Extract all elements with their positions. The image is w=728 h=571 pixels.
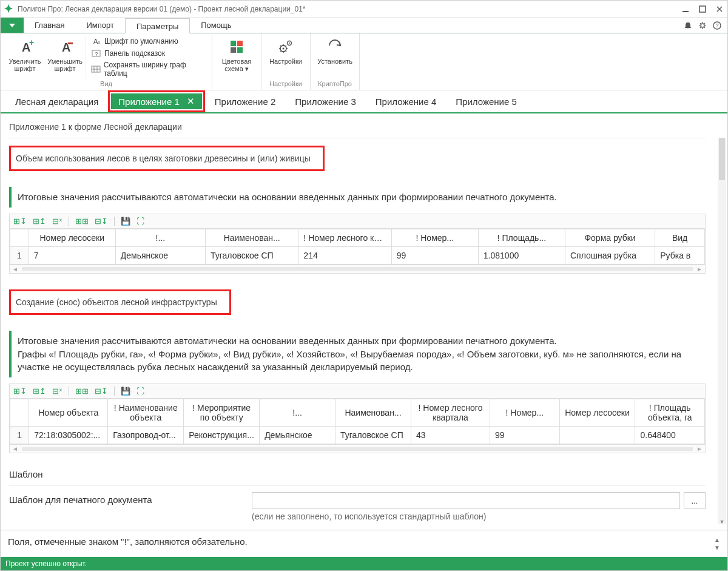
footer-up-icon[interactable]: ▲ (714, 536, 720, 543)
section2-title: Создание (снос) объектов лесной инфрастр… (11, 291, 229, 313)
svg-text:?: ? (715, 22, 718, 29)
t2-h7[interactable]: ! Номер... (490, 399, 559, 427)
install-cryptopro-button[interactable]: Установить (315, 36, 354, 67)
default-font-icon: Aa (91, 36, 102, 46)
minimize-button[interactable] (681, 5, 690, 13)
doctab-declaration[interactable]: Лесная декларация (5, 93, 108, 110)
tb2-delete-row-icon[interactable]: ⊟ˣ (52, 387, 62, 396)
svg-rect-18 (237, 41, 243, 46)
tb2-save-icon[interactable]: 💾 (121, 387, 130, 396)
tab-import[interactable]: Импорт (75, 18, 124, 33)
svg-text:+: + (29, 39, 34, 47)
tb2-paste-icon[interactable]: ⊟↧ (95, 387, 108, 396)
template-hint: (если не заполнено, то используется стан… (252, 512, 706, 521)
tb-copy-icon[interactable]: ⊞⊞ (75, 217, 89, 226)
help-icon[interactable]: ? (713, 21, 721, 30)
tb2-copy-icon[interactable]: ⊞⊞ (75, 387, 89, 396)
section2-highlight: Создание (снос) объектов лесной инфрастр… (9, 289, 231, 315)
tb-paste-icon[interactable]: ⊟↧ (95, 217, 108, 226)
tb2-add-row-icon[interactable]: ⊞↧ (13, 387, 27, 396)
t2-h1[interactable]: Номер объекта (29, 399, 108, 427)
settings-icon[interactable] (698, 21, 707, 30)
increase-font-label: Увеличить шрифт (7, 58, 43, 72)
tb2-fullscreen-icon[interactable]: ⛶ (136, 387, 144, 396)
svg-rect-1 (699, 6, 706, 12)
tb-add-row-icon[interactable]: ⊞↧ (13, 217, 27, 226)
tab-parameters[interactable]: Параметры (125, 18, 190, 33)
tab-main[interactable]: Главная (24, 18, 75, 33)
template-input[interactable] (252, 492, 680, 509)
doctab-app1[interactable]: Приложение 1 ✕ (111, 93, 202, 109)
t2-h4[interactable]: !... (260, 399, 335, 427)
close-button[interactable] (715, 5, 724, 13)
svg-text:a: a (98, 39, 101, 45)
panel-hints-button[interactable]: ? Панель подсказок (89, 48, 207, 59)
table-row[interactable]: 1 72:18:0305002:... Газопровод-от... Рек… (10, 427, 705, 444)
svg-point-2 (701, 24, 704, 27)
table1[interactable]: Номер лесосеки !... Наименован... ! Номе… (10, 229, 705, 265)
menu-tabs: Главная Импорт Параметры Помощь ? (1, 18, 727, 33)
maximize-button[interactable] (698, 5, 707, 13)
ribbon: A+ Увеличить шрифт A Уменьшить шрифт Aa … (1, 33, 727, 90)
content-area: ▲ ▼ Приложение 1 к форме Лесной декларац… (1, 113, 727, 530)
notifications-icon[interactable] (684, 21, 692, 30)
vertical-scrollbar[interactable]: ▲ ▼ (718, 138, 726, 524)
doctab-app2[interactable]: Приложение 2 (205, 93, 286, 110)
status-bar: Проект успешно открыт. (1, 557, 727, 570)
save-col-width-button[interactable]: Сохранять ширину граф таблиц (89, 60, 207, 78)
table-row[interactable]: 1 7 Демьянское Тугаловское СП 214 99 1.0… (10, 246, 705, 264)
decrease-font-button[interactable]: A Уменьшить шрифт (46, 36, 84, 75)
t2-h5[interactable]: Наименован... (335, 399, 411, 427)
tb2-add-row-above-icon[interactable]: ⊞↥ (33, 387, 46, 396)
table1-hscroll[interactable]: ◄► (9, 265, 706, 274)
t1-h5[interactable]: ! Номер... (391, 229, 478, 246)
svg-point-22 (283, 48, 285, 50)
settings-button[interactable]: Настройки (266, 36, 305, 67)
t1-h3[interactable]: Наименован... (206, 229, 298, 246)
decrease-font-label: Уменьшить шрифт (47, 58, 83, 72)
t1-h4[interactable]: ! Номер лесного квартала (298, 229, 391, 246)
tb-save-icon[interactable]: 💾 (121, 217, 130, 226)
doctab-app3[interactable]: Приложение 3 (285, 93, 366, 110)
table2-hscroll[interactable]: ◄► (9, 445, 706, 453)
t2-h0[interactable] (10, 399, 29, 427)
t2-h9[interactable]: ! Площадь объекта, га (635, 399, 705, 427)
tb-add-row-above-icon[interactable]: ⊞↥ (33, 217, 46, 226)
t2-h6[interactable]: ! Номер лесного квартала (411, 399, 490, 427)
increase-font-button[interactable]: A+ Увеличить шрифт (5, 36, 44, 75)
t1-h6[interactable]: ! Площадь... (478, 229, 565, 246)
t1-h2[interactable]: !... (115, 229, 205, 246)
tab-help[interactable]: Помощь (190, 18, 242, 33)
titlebar: Полигон Про: Лесная декларация версии 01… (1, 1, 727, 18)
doctab-app4[interactable]: Приложение 4 (366, 93, 447, 110)
file-menu-button[interactable] (1, 18, 24, 33)
default-font-button[interactable]: Aa Шрифт по умолчанию (89, 36, 207, 47)
close-tab-icon[interactable]: ✕ (187, 96, 195, 107)
doctab-app1-highlight: Приложение 1 ✕ (108, 90, 205, 112)
svg-text:?: ? (95, 51, 98, 57)
t2-h8[interactable]: Номер лесосеки (559, 399, 635, 427)
template-heading: Шаблон (9, 465, 706, 486)
t1-h0[interactable] (10, 229, 29, 246)
svg-rect-8 (68, 42, 73, 44)
color-scheme-button[interactable]: Цветовая схема ▾ (217, 36, 256, 75)
section1-highlight: Объем использования лесов в целях загото… (9, 146, 325, 171)
tb-delete-row-icon[interactable]: ⊟ˣ (52, 217, 62, 226)
t2-h2[interactable]: ! Наименование объекта (108, 399, 184, 427)
footer-down-icon[interactable]: ▼ (714, 544, 720, 551)
svg-rect-20 (237, 47, 243, 53)
t1-h8[interactable]: Вид (655, 229, 705, 246)
t1-h1[interactable]: Номер лесосеки (29, 229, 115, 246)
doctab-app5[interactable]: Приложение 5 (446, 93, 527, 110)
footer-info-panel: Поля, отмеченные знаком "!", заполняются… (1, 530, 727, 557)
svg-rect-19 (231, 47, 236, 53)
tb-fullscreen-icon[interactable]: ⛶ (136, 217, 144, 226)
table2[interactable]: Номер объекта ! Наименование объекта ! М… (10, 399, 705, 444)
save-col-width-icon (91, 64, 101, 74)
status-text: Проект успешно открыт. (5, 559, 87, 568)
template-browse-button[interactable]: ... (684, 492, 706, 509)
t1-h7[interactable]: Форма рубки (565, 229, 655, 246)
table1-toolbar: ⊞↧ ⊞↥ ⊟ˣ ⊞⊞ ⊟↧ 💾 ⛶ (9, 214, 706, 228)
t2-h3[interactable]: ! Мероприятие по объекту (184, 399, 260, 427)
svg-point-24 (289, 42, 290, 44)
